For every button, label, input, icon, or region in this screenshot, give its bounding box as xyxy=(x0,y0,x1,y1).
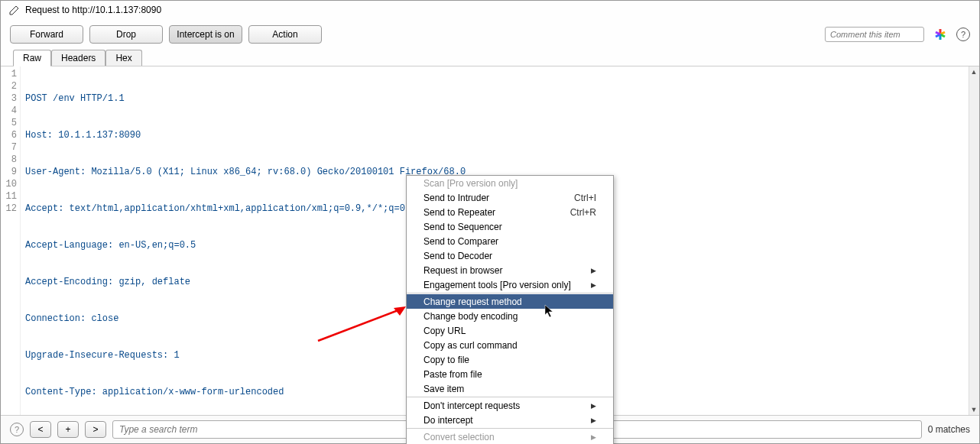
help-icon[interactable]: ? xyxy=(956,28,970,41)
ctx-change-body-encoding[interactable]: Change body encoding xyxy=(407,309,613,323)
search-next-button[interactable]: > xyxy=(85,421,106,438)
ctx-send-sequencer[interactable]: Send to Sequencer xyxy=(407,219,613,234)
scroll-up-icon[interactable]: ▲ xyxy=(969,66,979,77)
chevron-right-icon: ▶ xyxy=(591,402,596,410)
match-count: 0 matches xyxy=(928,424,970,435)
ctx-copy-url[interactable]: Copy URL xyxy=(407,323,613,338)
ctx-convert-selection: Convert selection▶ xyxy=(407,429,613,444)
tab-headers[interactable]: Headers xyxy=(51,50,105,66)
view-tabs: Raw Headers Hex xyxy=(1,50,979,66)
shortcut-label: Ctrl+R xyxy=(570,207,596,218)
header-upgrade-insecure: Upgrade-Insecure-Requests: 1 xyxy=(25,350,180,361)
ctx-paste-file[interactable]: Paste from file xyxy=(407,367,613,381)
ctx-send-intruder[interactable]: Send to IntruderCtrl+I xyxy=(407,190,613,205)
request-line: POST /env HTTP/1.1 xyxy=(25,93,125,104)
ctx-save-item[interactable]: Save item xyxy=(407,381,613,396)
ctx-request-browser[interactable]: Request in browser▶ xyxy=(407,263,613,277)
highlight-color-icon[interactable] xyxy=(933,28,947,41)
context-menu: Scan [Pro version only] Send to Intruder… xyxy=(406,175,614,444)
chevron-right-icon: ▶ xyxy=(591,416,596,424)
search-add-button[interactable]: + xyxy=(57,421,79,438)
forward-button[interactable]: Forward xyxy=(10,25,83,44)
chevron-right-icon: ▶ xyxy=(591,281,596,289)
comment-input[interactable] xyxy=(825,27,924,42)
ctx-engagement[interactable]: Engagement tools [Pro version only]▶ xyxy=(407,277,613,292)
tab-hex[interactable]: Hex xyxy=(105,50,141,66)
ctx-copy-curl[interactable]: Copy as curl command xyxy=(407,338,613,352)
ctx-change-request-method[interactable]: Change request method xyxy=(407,294,613,309)
edit-icon[interactable] xyxy=(8,4,21,16)
menu-separator xyxy=(407,293,613,293)
menu-separator xyxy=(407,428,613,429)
search-prev-button[interactable]: < xyxy=(30,421,51,438)
shortcut-label: Ctrl+I xyxy=(574,193,596,203)
toolbar: Forward Drop Intercept is on Action ? xyxy=(1,19,979,50)
tab-raw[interactable]: Raw xyxy=(13,50,51,66)
scroll-down-icon[interactable]: ▼ xyxy=(969,404,979,415)
action-button[interactable]: Action xyxy=(248,25,322,44)
ctx-send-decoder[interactable]: Send to Decoder xyxy=(407,248,613,263)
header-host: Host: 10.1.1.137:8090 xyxy=(25,130,141,141)
header-user-agent: User-Agent: Mozilla/5.0 (X11; Linux x86_… xyxy=(25,167,466,177)
app-window: Request to http://10.1.1.137:8090 Forwar… xyxy=(0,0,980,444)
ctx-send-comparer[interactable]: Send to Comparer xyxy=(407,234,613,248)
header-content-type: Content-Type: application/x-www-form-url… xyxy=(25,387,284,397)
request-header: Request to http://10.1.1.137:8090 xyxy=(1,1,979,19)
chevron-right-icon: ▶ xyxy=(591,267,596,274)
ctx-dont-intercept[interactable]: Don't intercept requests▶ xyxy=(407,398,613,413)
ctx-scan: Scan [Pro version only] xyxy=(407,176,613,190)
line-gutter: 123456789101112 xyxy=(1,66,21,415)
ctx-copy-file[interactable]: Copy to file xyxy=(407,352,613,367)
drop-button[interactable]: Drop xyxy=(89,25,163,44)
chevron-right-icon: ▶ xyxy=(591,433,596,441)
vertical-scrollbar[interactable]: ▲ ▼ xyxy=(969,66,979,415)
footer-help-icon[interactable]: ? xyxy=(10,423,24,436)
intercept-toggle-button[interactable]: Intercept is on xyxy=(169,25,242,44)
request-title: Request to http://10.1.1.137:8090 xyxy=(25,5,161,15)
header-accept-language: Accept-Language: en-US,en;q=0.5 xyxy=(25,240,196,251)
ctx-send-repeater[interactable]: Send to RepeaterCtrl+R xyxy=(407,205,613,219)
header-accept-encoding: Accept-Encoding: gzip, deflate xyxy=(25,277,190,287)
header-connection: Connection: close xyxy=(25,313,118,324)
menu-separator xyxy=(407,397,613,397)
header-accept: Accept: text/html,application/xhtml+xml,… xyxy=(25,203,416,214)
ctx-do-intercept[interactable]: Do intercept▶ xyxy=(407,413,613,427)
